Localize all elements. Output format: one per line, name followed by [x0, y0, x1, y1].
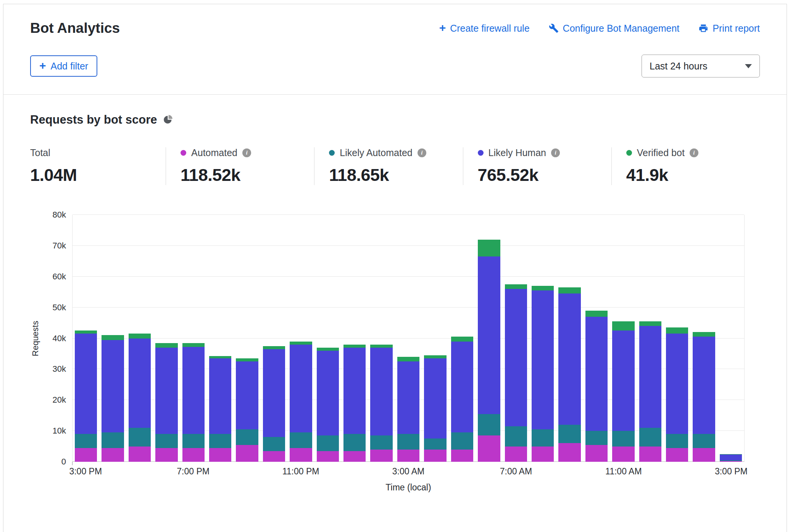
- time-range-select[interactable]: Last 24 hours: [642, 55, 760, 77]
- bar-segment-automated: [129, 447, 151, 462]
- stat-verified-bot-value: 41.9k: [626, 165, 760, 185]
- axis-tick: [72, 462, 73, 465]
- page-title: Bot Analytics: [30, 20, 120, 36]
- bar-segment-automated: [263, 451, 285, 462]
- info-icon[interactable]: i: [551, 148, 560, 157]
- bar-segment-verified-bot: [129, 334, 151, 338]
- bar-segment-likely-automated: [639, 428, 661, 447]
- likely-automated-legend-dot: [329, 150, 335, 156]
- bar-segment-likely-human: [236, 361, 258, 429]
- bar-21[interactable]: [637, 215, 664, 462]
- bar-segment-likely-automated: [263, 437, 285, 451]
- bar-segment-likely-automated: [75, 434, 97, 448]
- bar-4[interactable]: [180, 215, 207, 462]
- bar-18[interactable]: [556, 215, 583, 462]
- bar-5[interactable]: [207, 215, 234, 462]
- bar-segment-likely-automated: [424, 438, 446, 449]
- info-icon[interactable]: i: [242, 148, 251, 157]
- bar-segment-automated: [317, 451, 339, 462]
- bar-segment-automated: [505, 447, 527, 462]
- bar-segment-automated: [424, 450, 446, 462]
- create-firewall-rule-link[interactable]: + Create firewall rule: [439, 23, 530, 34]
- bar-23[interactable]: [690, 215, 717, 462]
- bar-12[interactable]: [395, 215, 422, 462]
- stat-automated-value: 118.52k: [181, 165, 314, 185]
- bar-17[interactable]: [529, 215, 556, 462]
- bar-24[interactable]: [717, 215, 744, 462]
- print-report-link[interactable]: Print report: [698, 23, 760, 34]
- y-tick-label: 80k: [53, 211, 66, 219]
- bar-segment-automated: [209, 448, 231, 462]
- stat-verified-bot: Verified bot i 41.9k: [611, 147, 760, 185]
- bar-segment-likely-automated: [370, 435, 392, 449]
- info-icon[interactable]: i: [690, 148, 698, 157]
- bar-segment-automated: [236, 445, 258, 462]
- bar-segment-verified-bot: [236, 358, 258, 361]
- bar-16[interactable]: [503, 215, 529, 462]
- bar-segment-likely-automated: [343, 434, 366, 451]
- stat-automated: Automated i 118.52k: [166, 147, 314, 185]
- bar-20[interactable]: [610, 215, 637, 462]
- bar-0[interactable]: [73, 215, 99, 462]
- bar-9[interactable]: [314, 215, 341, 462]
- bar-segment-likely-human: [343, 348, 366, 434]
- y-tick-label: 10k: [53, 427, 66, 435]
- add-filter-button[interactable]: + Add filter: [30, 55, 97, 77]
- bar-6[interactable]: [234, 215, 260, 462]
- bar-2[interactable]: [126, 215, 153, 462]
- bar-19[interactable]: [583, 215, 610, 462]
- y-tick-label: 0: [61, 458, 66, 466]
- bar-14[interactable]: [449, 215, 476, 462]
- bar-segment-likely-human: [182, 347, 205, 434]
- bar-segment-likely-human: [558, 293, 580, 425]
- bar-10[interactable]: [341, 215, 368, 462]
- bar-segment-likely-human: [720, 455, 742, 460]
- bar-7[interactable]: [261, 215, 287, 462]
- bar-8[interactable]: [287, 215, 314, 462]
- bar-segment-verified-bot: [612, 321, 634, 330]
- bar-segment-likely-automated: [585, 431, 608, 445]
- stat-likely-human-label: Likely Human: [489, 147, 546, 158]
- requests-by-bot-score-chart: Requests 010k20k30k40k50k60k70k80k 3:00 …: [30, 215, 760, 493]
- bar-segment-verified-bot: [317, 348, 339, 351]
- bar-segment-automated: [558, 443, 580, 462]
- bar-segment-likely-automated: [505, 426, 527, 447]
- bar-segment-likely-human: [478, 256, 500, 414]
- bar-11[interactable]: [368, 215, 395, 462]
- bar-segment-likely-human: [290, 345, 312, 432]
- bar-segment-likely-automated: [666, 434, 688, 448]
- stat-likely-automated: Likely Automated i 118.65k: [314, 147, 463, 185]
- bar-segment-verified-bot: [666, 327, 688, 334]
- plus-icon: +: [39, 60, 46, 71]
- stat-likely-human: Likely Human i 765.52k: [463, 147, 611, 185]
- chevron-down-icon: [745, 64, 752, 68]
- bar-segment-automated: [720, 461, 742, 462]
- x-tick-label: 11:00 PM: [282, 466, 319, 477]
- section-title: Requests by bot score: [30, 113, 157, 127]
- bar-15[interactable]: [476, 215, 502, 462]
- bar-segment-likely-automated: [209, 434, 231, 448]
- bar-segment-automated: [478, 435, 500, 462]
- bar-segment-automated: [612, 447, 634, 462]
- bar-13[interactable]: [422, 215, 448, 462]
- bar-1[interactable]: [99, 215, 126, 462]
- bar-segment-likely-automated: [155, 434, 177, 448]
- bar-segment-likely-automated: [532, 429, 554, 446]
- bar-segment-verified-bot: [532, 286, 554, 290]
- y-tick-label: 20k: [53, 396, 66, 404]
- configure-bot-management-link[interactable]: Configure Bot Management: [549, 23, 680, 34]
- bar-segment-automated: [532, 447, 554, 462]
- bar-segment-automated: [182, 448, 205, 462]
- bar-segment-automated: [585, 445, 608, 462]
- x-tick-label: 3:00 PM: [715, 466, 748, 477]
- bar-22[interactable]: [664, 215, 690, 462]
- bar-segment-verified-bot: [155, 343, 177, 348]
- bar-segment-automated: [370, 450, 392, 462]
- bar-segment-likely-human: [585, 317, 608, 431]
- bar-3[interactable]: [153, 215, 180, 462]
- x-axis-title: Time (local): [72, 482, 745, 493]
- info-icon[interactable]: i: [418, 148, 426, 157]
- y-tick-label: 60k: [53, 272, 66, 281]
- bar-segment-likely-human: [155, 348, 177, 434]
- bar-segment-likely-human: [102, 340, 124, 433]
